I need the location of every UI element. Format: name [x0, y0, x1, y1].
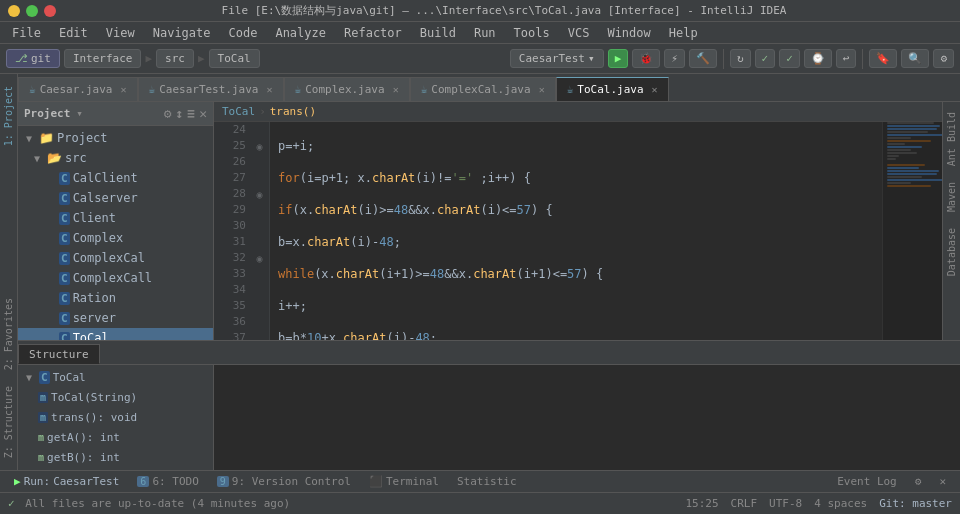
tocal-label: ToCal [73, 331, 109, 340]
update-button[interactable]: ↻ [730, 49, 751, 68]
tab-tocal[interactable]: ☕ ToCal.java ✕ [556, 77, 669, 101]
project-gear-icon[interactable]: ⚙ [164, 106, 172, 121]
structure-tab-structure[interactable]: Structure [18, 344, 100, 364]
tab-favorites[interactable]: 2: Favorites [2, 290, 15, 378]
menu-code[interactable]: Code [221, 24, 266, 42]
build-button[interactable]: 🔨 [689, 49, 717, 68]
tab-caesartest-label: CaesarTest.java [159, 83, 258, 96]
struct-geta[interactable]: m getA(): int [18, 427, 213, 447]
debug-button[interactable]: 🐞 [632, 49, 660, 68]
code-content[interactable]: p=+i; for(i=p+1; x.charAt(i)!='=' ;i++) … [270, 122, 882, 340]
close-bottom-button[interactable]: ✕ [931, 474, 954, 489]
tree-calserver[interactable]: C Calserver [18, 188, 213, 208]
tab-project[interactable]: 1: Project [2, 78, 15, 154]
tree-src[interactable]: ▼ 📂 src [18, 148, 213, 168]
tab-structure[interactable]: Z: Structure [2, 378, 15, 466]
project-sort-icon[interactable]: ↕ [176, 106, 184, 121]
todo-toolbar-item[interactable]: 6 6: TODO [129, 474, 206, 489]
terminal-toolbar-item[interactable]: ⬛ Terminal [361, 474, 447, 489]
project-label: Project [24, 107, 70, 120]
code-line-28: while(x.charAt(i+1)>=48&&x.charAt(i+1)<=… [278, 266, 874, 282]
tree-calclient[interactable]: C CalClient [18, 168, 213, 188]
minimize-button[interactable] [8, 5, 20, 17]
menu-build[interactable]: Build [412, 24, 464, 42]
settings-button[interactable]: ⚙ [933, 49, 954, 68]
tab-complexcal-close[interactable]: ✕ [539, 84, 545, 95]
find-button[interactable]: 🔍 [901, 49, 929, 68]
tab-complex[interactable]: ☕ Complex.java ✕ [284, 77, 410, 101]
tab-tocal-close[interactable]: ✕ [652, 84, 658, 95]
git-button[interactable]: ⎇ git [6, 49, 60, 68]
tab-caesar-close[interactable]: ✕ [120, 84, 126, 95]
struct-tocalstring[interactable]: m ToCal(String) [18, 387, 213, 407]
menu-view[interactable]: View [98, 24, 143, 42]
git-check-button[interactable]: ✓ [755, 49, 776, 68]
menu-refactor[interactable]: Refactor [336, 24, 410, 42]
history-button[interactable]: ⌚ [804, 49, 832, 68]
bookmark-button[interactable]: 🔖 [869, 49, 897, 68]
tree-server[interactable]: C server [18, 308, 213, 328]
tab-complex-close[interactable]: ✕ [393, 84, 399, 95]
tab-caesar-label: Caesar.java [40, 83, 113, 96]
menu-edit[interactable]: Edit [51, 24, 96, 42]
project-expand-icon[interactable]: ≡ [187, 106, 195, 121]
event-log-item[interactable]: Event Log [829, 474, 905, 489]
close-button[interactable] [44, 5, 56, 17]
tree-project-root[interactable]: ▼ 📁 Project [18, 128, 213, 148]
breadcrumb-tocal[interactable]: ToCal [222, 105, 255, 118]
git-check2-button[interactable]: ✓ [779, 49, 800, 68]
struct-trans[interactable]: m trans(): void [18, 407, 213, 427]
tab-complexcal[interactable]: ☕ ComplexCal.java ✕ [410, 77, 556, 101]
dropdown-icon: ▾ [588, 52, 595, 65]
maven-tab[interactable]: Maven [944, 176, 959, 218]
maximize-button[interactable] [26, 5, 38, 17]
close-bottom-icon: ✕ [939, 475, 946, 488]
breadcrumb-trans[interactable]: trans() [270, 105, 316, 118]
ant-build-tab[interactable]: Ant Build [944, 106, 959, 172]
tree-client[interactable]: C Client [18, 208, 213, 228]
database-tab[interactable]: Database [944, 222, 959, 282]
code-line-26: if(x.charAt(i)>=48&&x.charAt(i)<=57) { [278, 202, 874, 218]
indent-info[interactable]: 4 spaces [814, 497, 867, 510]
statistic-toolbar-item[interactable]: Statistic [449, 474, 525, 489]
menu-window[interactable]: Window [599, 24, 658, 42]
menu-navigate[interactable]: Navigate [145, 24, 219, 42]
tree-tocal[interactable]: C ToCal [18, 328, 213, 340]
cursor-position[interactable]: 15:25 [685, 497, 718, 510]
field-icon: m [38, 432, 44, 443]
encoding[interactable]: UTF-8 [769, 497, 802, 510]
line-num-37: 37 [218, 330, 246, 340]
settings-bottom-button[interactable]: ⚙ [907, 474, 930, 489]
menu-help[interactable]: Help [661, 24, 706, 42]
tree-complexcal[interactable]: C ComplexCal [18, 248, 213, 268]
src-button[interactable]: src [156, 49, 194, 68]
minimap [882, 122, 942, 340]
menu-tools[interactable]: Tools [506, 24, 558, 42]
menu-vcs[interactable]: VCS [560, 24, 598, 42]
tab-caesar[interactable]: ☕ Caesar.java ✕ [18, 77, 138, 101]
git-branch[interactable]: Git: master [879, 497, 952, 510]
gutter-32: ◉ [250, 250, 269, 266]
vcs-toolbar-item[interactable]: 9 9: Version Control [209, 474, 359, 489]
coverage-button[interactable]: ⚡ [664, 49, 685, 68]
struct-tocal[interactable]: ▼ C ToCal [18, 367, 213, 387]
menu-file[interactable]: File [4, 24, 49, 42]
menu-analyze[interactable]: Analyze [267, 24, 334, 42]
tree-ration[interactable]: C Ration [18, 288, 213, 308]
gutter: ◉ ◉ ◉ [250, 122, 270, 340]
rollback-button[interactable]: ↩ [836, 49, 857, 68]
line-sep[interactable]: CRLF [731, 497, 758, 510]
run-toolbar-item[interactable]: ▶ Run: CaesarTest [6, 474, 127, 489]
struct-getb[interactable]: m getB(): int [18, 447, 213, 467]
tocal-button[interactable]: ToCal [209, 49, 260, 68]
run-button[interactable]: ▶ [608, 49, 629, 68]
tab-caesartest-close[interactable]: ✕ [266, 84, 272, 95]
caesartest-selector[interactable]: CaesarTest ▾ [510, 49, 604, 68]
folder-icon: 📂 [47, 151, 62, 165]
tree-complex[interactable]: C Complex [18, 228, 213, 248]
menu-run[interactable]: Run [466, 24, 504, 42]
project-close-icon[interactable]: ✕ [199, 106, 207, 121]
tab-caesartest[interactable]: ☕ CaesarTest.java ✕ [138, 77, 284, 101]
interface-button[interactable]: Interface [64, 49, 142, 68]
tree-complexcall[interactable]: C ComplexCall [18, 268, 213, 288]
